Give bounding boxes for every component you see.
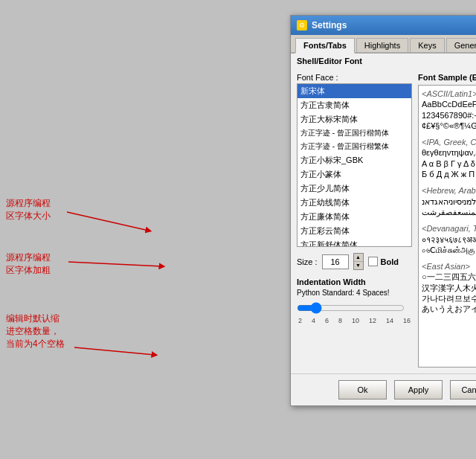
size-row: Size : ▲ ▼ Bold [297, 253, 412, 270]
sample-east-asian-title: <East Asian> [422, 261, 476, 272]
page-wrapper: 源程序编程区字体大小 源程序编程区字体加粗 编辑时默认缩进空格数量，当前为4个空… [0, 0, 476, 459]
font-item-5[interactable]: 方正小标宋_GBK [298, 153, 411, 167]
main-content: Font Face : 新宋体 方正古隶简体 方正大标宋简体 方正字迹 - 曾正… [291, 67, 476, 373]
font-item-6[interactable]: 方正小篆体 [298, 167, 411, 182]
font-item-0[interactable]: 新宋体 [298, 84, 411, 98]
font-item-4[interactable]: 方正字迹 - 曾正国行楷繁体 [298, 140, 411, 153]
sample-devanagari: <Devanagari, Tamil> ०१२३४५६७८९अआइईउऊएऐओ০… [422, 223, 476, 255]
font-item-10[interactable]: 方正彩云简体 [298, 224, 411, 238]
app-icon: ⚙ [297, 20, 307, 31]
indentation-section: Indentation Width Python Standard: 4 Spa… [297, 277, 412, 324]
shell-editor-font-label: Shell/Editor Font [291, 54, 476, 67]
sample-devanagari-title: <Devanagari, Tamil> [422, 223, 476, 234]
tab-highlights[interactable]: Highlights [356, 38, 408, 52]
font-item-3[interactable]: 方正字迹 - 曾正国行楷简体 [298, 126, 411, 140]
sample-ipa-content: θεγθεηντηψαν,ɛɪʌɪΑ α Β β Γ γ Δ δ Ε ε Ζ ζ… [422, 147, 476, 179]
slider-container [297, 300, 405, 317]
ok-button[interactable]: Ok [338, 380, 387, 399]
indentation-slider[interactable] [297, 301, 405, 315]
sample-hebrew-content: מסוימותלמניסיוניהאגדאנابجدهوزحطيکلمنسعفص… [422, 196, 476, 218]
sample-hebrew-title: <Hebrew, Arabic> [422, 185, 476, 196]
sample-ipa-title: <IPA, Greek, Cyrillic> [422, 137, 476, 147]
spin-down[interactable]: ▼ [354, 262, 363, 269]
python-standard-label: Python Standard: 4 Spaces! [297, 289, 412, 297]
tab-general[interactable]: General [446, 38, 476, 52]
title-bar-left: ⚙ Settings [297, 20, 347, 31]
cancel-button[interactable]: Cancel [450, 380, 476, 399]
title-bar: ⚙ Settings ✕ [291, 16, 476, 35]
size-label: Size : [297, 257, 318, 266]
annotation-indent: 编辑时默认缩进空格数量，当前为4个空格 [6, 312, 65, 350]
arrow-font-size [0, 190, 164, 249]
apply-button[interactable]: Apply [394, 380, 443, 399]
dialog-container: ⚙ Settings ✕ Fonts/Tabs Highlights Keys … [290, 15, 476, 406]
sample-east-asian-content: ○一二三四五六七八九汉字漢字人木火土金水가나다려므보수유즈치あいうえおアイウエオ [422, 272, 476, 314]
font-item-1[interactable]: 方正古隶简体 [298, 98, 411, 112]
right-panel: Font Sample (Editable) <ASCII/Latin1> Aa… [418, 73, 476, 367]
left-panel: Font Face : 新宋体 方正古隶简体 方正大标宋简体 方正字迹 - 曾正… [297, 73, 412, 367]
size-spinner[interactable]: ▲ ▼ [353, 253, 364, 270]
spin-up[interactable]: ▲ [354, 254, 363, 262]
svg-line-0 [67, 212, 149, 231]
size-input[interactable] [322, 254, 349, 269]
sample-hebrew: <Hebrew, Arabic> מסוימותלמניסיוניהאגדאנا… [422, 185, 476, 217]
font-item-2[interactable]: 方正大标宋简体 [298, 112, 411, 126]
slider-marks: 2 4 6 8 10 12 14 16 [297, 317, 412, 324]
font-list[interactable]: 新宋体 方正古隶简体 方正大标宋简体 方正字迹 - 曾正国行楷简体 方正字迹 -… [297, 83, 412, 247]
sample-ascii-content: AaBbCcDdEeFfGgHhIiJj1234567890#:+=(){}[]… [422, 99, 476, 131]
tab-bar: Fonts/Tabs Highlights Keys General Exten… [291, 35, 476, 54]
font-item-11[interactable]: 方正新舒体简体 [298, 238, 411, 247]
indentation-title: Indentation Width [297, 277, 412, 286]
sample-devanagari-content: ०१२३४५६७८९अआइईउऊएऐओ০৬Ϲமிச்சுன்அகு அஐ [422, 234, 476, 256]
sample-ascii-title: <ASCII/Latin1> [422, 89, 476, 99]
bold-label: Bold [381, 257, 399, 266]
font-sample-box[interactable]: <ASCII/Latin1> AaBbCcDdEeFfGgHhIiJj12345… [418, 85, 476, 367]
button-bar: Ok Apply Cancel Help [291, 373, 476, 405]
bold-row: Bold [368, 257, 399, 266]
font-item-7[interactable]: 方正少儿简体 [298, 182, 411, 196]
font-item-8[interactable]: 方正幼线简体 [298, 196, 411, 210]
font-face-label: Font Face : [297, 73, 412, 82]
sample-ipa: <IPA, Greek, Cyrillic> θεγθεηντηψαν,ɛɪʌɪ… [422, 137, 476, 179]
bold-checkbox[interactable] [368, 257, 378, 266]
font-item-9[interactable]: 方正廉体简体 [298, 210, 411, 224]
sample-ascii: <ASCII/Latin1> AaBbCcDdEeFfGgHhIiJj12345… [422, 89, 476, 131]
sample-east-asian: <East Asian> ○一二三四五六七八九汉字漢字人木火土金水가나다려므보수… [422, 261, 476, 314]
settings-dialog: ⚙ Settings ✕ Fonts/Tabs Highlights Keys … [141, 15, 476, 406]
annotation-font-size: 源程序编程区字体大小 [6, 197, 51, 222]
annotation-bold: 源程序编程区字体加粗 [6, 251, 51, 277]
font-sample-label: Font Sample (Editable) [418, 73, 476, 82]
tab-fonts-tabs[interactable]: Fonts/Tabs [295, 38, 355, 54]
dialog-title: Settings [312, 20, 347, 31]
tab-keys[interactable]: Keys [410, 38, 444, 52]
